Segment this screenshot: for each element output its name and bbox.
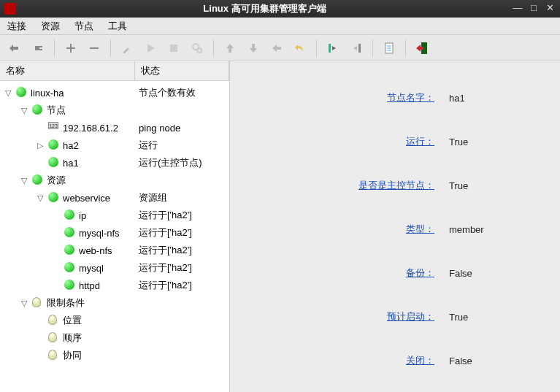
close-button[interactable]: ✕ — [544, 3, 556, 15]
connect-icon[interactable] — [4, 38, 25, 58]
property-row: 是否是主控节点：True — [230, 164, 560, 207]
property-value: True — [449, 137, 468, 147]
plug-icon[interactable] — [28, 38, 48, 58]
property-value: True — [449, 180, 468, 191]
main-area: 名称 状态 ▽linux-ha节点个数有效▽节点123192.168.61.2p… — [0, 61, 560, 392]
tree-row[interactable]: ▽webservice资源组 — [0, 189, 229, 207]
status-dot-icon — [32, 104, 44, 116]
tree-node-name: ha2 — [63, 140, 79, 151]
tree-node-status: 运行于['ha2'] — [139, 226, 192, 239]
tree-row[interactable]: 协同 — [0, 347, 229, 364]
down-icon[interactable] — [243, 38, 264, 58]
header-name[interactable]: 名称 — [0, 61, 135, 80]
left-panel: 名称 状态 ▽linux-ha节点个数有效▽节点123192.168.61.2p… — [0, 61, 230, 392]
tree-node-name: 资源 — [47, 174, 66, 187]
property-label[interactable]: 备份： — [230, 266, 449, 280]
tree-row[interactable]: 123192.168.61.2ping node — [0, 119, 229, 137]
svg-rect-3 — [90, 47, 99, 49]
status-dot-icon — [32, 174, 44, 186]
property-row: 预计启动：True — [230, 295, 560, 339]
tree-node-name: mysql-nfs — [79, 228, 120, 239]
minimize-button[interactable]: — — [512, 3, 523, 15]
add-icon[interactable] — [61, 38, 81, 58]
tree-row[interactable]: ▽资源 — [0, 172, 229, 189]
tree-node-name: web-nfs — [79, 245, 112, 256]
tree-row[interactable]: ▷ha2运行 — [0, 137, 229, 154]
tree-row[interactable]: ip运行于['ha2'] — [0, 207, 229, 224]
tree-toggle[interactable]: ▷ — [35, 141, 45, 150]
status-dot-icon — [16, 87, 28, 99]
tree-node-name: 顺序 — [63, 331, 82, 345]
remove-icon[interactable] — [84, 38, 104, 58]
doc-icon[interactable] — [379, 38, 399, 58]
property-label[interactable]: 类型： — [230, 223, 449, 236]
tree-row[interactable]: mysql运行于['ha2'] — [0, 259, 229, 277]
property-row: 备份：False — [230, 251, 560, 295]
tree-node-name: mysql — [79, 263, 104, 274]
property-label[interactable]: 关闭： — [230, 354, 449, 367]
tree-node-status: ping node — [139, 123, 180, 134]
gears-icon[interactable] — [187, 38, 207, 58]
toolbar — [0, 35, 560, 61]
property-value: False — [449, 268, 472, 279]
tree-node-status: 运行(主控节点) — [139, 156, 202, 169]
toolbar-separator — [316, 39, 317, 57]
tree-row[interactable]: ▽linux-ha节点个数有效 — [0, 84, 229, 101]
tree-row[interactable]: 位置 — [0, 312, 229, 329]
titlebar: Linux 高可用集群管理客户端 — □ ✕ — [0, 0, 560, 18]
brush-icon[interactable] — [117, 38, 137, 58]
tree-node-status: 运行于['ha2'] — [139, 261, 192, 274]
tree-row[interactable]: httpd运行于['ha2'] — [0, 277, 229, 294]
tree-node-name: linux-ha — [31, 88, 64, 99]
exit-icon[interactable] — [412, 38, 432, 58]
tree-toggle[interactable]: ▽ — [35, 193, 45, 203]
svg-rect-8 — [358, 44, 361, 53]
toolbar-separator — [54, 39, 55, 57]
property-row: 类型：member — [230, 207, 560, 251]
header-status[interactable]: 状态 — [135, 61, 229, 80]
property-row: 节点名字：ha1 — [230, 76, 560, 120]
tree-node-name: 位置 — [63, 314, 82, 327]
tree-row[interactable]: ▽节点 — [0, 101, 229, 119]
tree: ▽linux-ha节点个数有效▽节点123192.168.61.2ping no… — [0, 81, 229, 367]
tree-toggle[interactable]: ▽ — [19, 299, 29, 308]
status-dot-icon — [48, 192, 60, 204]
tree-row[interactable]: 顺序 — [0, 329, 229, 347]
maximize-button[interactable]: □ — [528, 3, 540, 15]
tree-node-name: ip — [79, 210, 86, 221]
up-icon[interactable] — [220, 38, 240, 58]
tree-node-status: 运行于['ha2'] — [139, 244, 192, 257]
property-value: ha1 — [449, 93, 465, 104]
play-icon[interactable] — [140, 38, 161, 58]
property-value: True — [449, 312, 468, 323]
menu-tool[interactable]: 工具 — [105, 18, 130, 34]
undo-icon[interactable] — [290, 38, 310, 58]
tree-node-status: 节点个数有效 — [139, 86, 196, 99]
stop-icon[interactable] — [164, 38, 184, 58]
property-label[interactable]: 节点名字： — [230, 91, 449, 104]
tree-row[interactable]: ha1运行(主控节点) — [0, 154, 229, 172]
menu-connect[interactable]: 连接 — [4, 18, 29, 34]
tree-toggle[interactable]: ▽ — [3, 88, 13, 98]
tree-node-name: 协同 — [63, 349, 82, 362]
tree-row[interactable]: web-nfs运行于['ha2'] — [0, 242, 229, 259]
svg-rect-4 — [170, 45, 177, 52]
property-label[interactable]: 预计启动： — [230, 310, 449, 323]
menu-resource[interactable]: 资源 — [38, 18, 63, 34]
align-right-icon[interactable] — [346, 38, 367, 58]
property-label[interactable]: 是否是主控节点： — [230, 179, 449, 192]
tree-node-status: 运行于['ha2'] — [139, 279, 192, 292]
menu-node[interactable]: 节点 — [72, 18, 96, 34]
status-dot-icon — [64, 210, 76, 221]
tree-row[interactable]: ▽限制条件 — [0, 294, 229, 312]
align-left-icon[interactable] — [323, 38, 343, 58]
status-dot-icon — [64, 227, 76, 239]
property-label[interactable]: 运行： — [230, 135, 449, 148]
tree-toggle[interactable]: ▽ — [19, 106, 29, 115]
tree-node-status: 运行 — [139, 139, 158, 152]
tree-row[interactable]: mysql-nfs运行于['ha2'] — [0, 224, 229, 242]
left-icon[interactable] — [266, 38, 287, 58]
tree-toggle[interactable]: ▽ — [19, 176, 29, 185]
toolbar-separator — [110, 39, 111, 57]
svg-point-6 — [197, 48, 202, 53]
